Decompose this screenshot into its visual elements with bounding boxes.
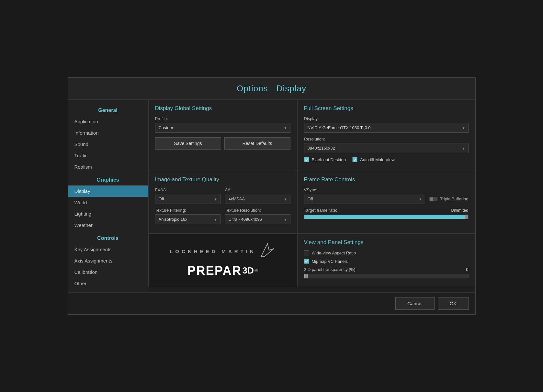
texture-filtering-select-wrapper: Anisotropic 16x — [155, 214, 221, 224]
vsync-controls: Off Triple Buffering — [304, 194, 469, 204]
autofill-checkbox[interactable] — [352, 157, 357, 162]
profile-select[interactable]: Custom — [155, 123, 290, 133]
display-select[interactable]: NVIDIA GeForce GTX 1080 Ti,0.0 — [304, 123, 469, 133]
texture-resolution-label: Texture Resolution: — [225, 208, 290, 213]
sidebar-item-information[interactable]: Information — [68, 127, 148, 139]
lockheed-martin-row: LOCKHEED MARTIN — [170, 243, 276, 261]
triple-buffer-toggle[interactable] — [429, 197, 437, 201]
lockheed-martin-text: LOCKHEED MARTIN — [170, 249, 256, 254]
ok-button[interactable]: OK — [438, 297, 469, 310]
panels-area: Display Global Settings Profile: Custom … — [148, 100, 475, 292]
profile-field: Profile: Custom — [155, 116, 290, 133]
full-screen-panel: Full Screen Settings Display: NVIDIA GeF… — [297, 100, 475, 171]
lm-logo-svg — [259, 242, 276, 258]
top-panels-row: Display Global Settings Profile: Custom … — [148, 100, 475, 171]
wide-view-checkbox-row: Wide-view Aspect Ratio — [304, 250, 469, 255]
aa-select[interactable]: 4xMSAA — [225, 194, 290, 204]
registered-symbol: ® — [255, 268, 258, 273]
three-d-text: 3D — [242, 265, 254, 276]
profile-label: Profile: — [155, 116, 290, 121]
bottom-panels-row: LOCKHEED MARTIN PREPAR 3D ® — [148, 234, 475, 287]
sidebar-controls-title: Controls — [68, 231, 148, 244]
wide-view-checkbox[interactable] — [304, 250, 309, 255]
check-icon — [305, 158, 308, 162]
prepar3d-row: PREPAR 3D ® — [187, 264, 258, 278]
resolution-field: Resolution: 3840x2160x32 — [304, 137, 469, 153]
texture-filtering-select[interactable]: Anisotropic 16x — [155, 214, 221, 224]
cancel-button[interactable]: Cancel — [395, 297, 435, 310]
wide-view-label: Wide-view Aspect Ratio — [312, 251, 356, 255]
vsync-select[interactable]: Off — [304, 194, 425, 204]
prepar3d-text: PREPAR — [187, 264, 242, 278]
target-frame-rate-value: Unlimited — [451, 208, 468, 213]
check-icon-2 — [353, 158, 357, 162]
view-panel-settings: View and Panel Settings Wide-view Aspect… — [297, 234, 475, 287]
transparency-slider[interactable] — [304, 274, 469, 278]
frame-rate-panel: Frame Rate Controls VSync: Off — [297, 171, 475, 234]
sidebar-item-traffic[interactable]: Traffic — [68, 150, 148, 161]
slider-thumb — [465, 215, 468, 219]
transparency-slider-thumb — [304, 274, 308, 278]
display-field: Display: NVIDIA GeForce GTX 1080 Ti,0.0 — [304, 116, 469, 133]
texture-resolution-select[interactable]: Ultra - 4096x4096 — [225, 214, 290, 224]
triple-buffer-row: Triple Buffering — [429, 196, 468, 201]
mipmap-label: Mipmap VC Panels — [312, 259, 348, 264]
display-global-panel: Display Global Settings Profile: Custom … — [148, 100, 297, 171]
mipmap-checkbox-row: Mipmap VC Panels — [304, 259, 469, 264]
frame-rate-title: Frame Rate Controls — [304, 176, 469, 183]
target-frame-rate-slider[interactable] — [304, 215, 469, 219]
vsync-select-wrapper: Off — [304, 194, 425, 204]
window-title: Options - Display — [237, 84, 306, 93]
title-bar: Options - Display — [68, 78, 475, 100]
fxaa-select-wrapper: Off — [155, 194, 221, 204]
sidebar-graphics-title: Graphics — [68, 173, 148, 185]
logo-panel: LOCKHEED MARTIN PREPAR 3D ® — [148, 234, 297, 287]
aa-select-wrapper: 4xMSAA — [225, 194, 290, 204]
sidebar-item-weather[interactable]: Weather — [68, 219, 148, 231]
profile-select-wrapper: Custom — [155, 123, 290, 133]
aa-field: AA: 4xMSAA — [225, 187, 290, 204]
toggle-handle — [430, 197, 433, 201]
sidebar-item-other[interactable]: Other — [68, 278, 148, 289]
sidebar-item-application[interactable]: Application — [68, 116, 148, 127]
target-frame-rate-label-row: Target frame rate: Unlimited — [304, 208, 469, 213]
reset-defaults-button[interactable]: Reset Defaults — [224, 137, 290, 150]
slider-fill — [304, 215, 468, 219]
texture-filtering-field: Texture Filtering: Anisotropic 16x — [155, 208, 221, 224]
resolution-label: Resolution: — [304, 137, 469, 141]
sidebar-item-key-assignments[interactable]: Key Assignments — [68, 244, 148, 255]
triple-buffer-label: Triple Buffering — [440, 196, 468, 201]
texture-filtering-label: Texture Filtering: — [155, 208, 221, 213]
blackout-checkbox[interactable] — [304, 157, 309, 162]
sidebar-item-calibration[interactable]: Calibration — [68, 266, 148, 278]
display-global-title: Display Global Settings — [155, 105, 290, 112]
lockheed-arrow-icon — [259, 242, 276, 261]
action-buttons: Save Settings Reset Defaults — [155, 137, 290, 150]
sidebar-item-sound[interactable]: Sound — [68, 139, 148, 150]
texture-fields-row: Texture Filtering: Anisotropic 16x Textu… — [155, 208, 290, 228]
fxaa-aa-row: FXAA: Off AA: 4xMSAA — [155, 187, 290, 208]
image-texture-panel: Image and Texture Quality FXAA: Off AA: — [148, 171, 297, 234]
mipmap-checkbox[interactable] — [304, 259, 309, 264]
fxaa-field: FXAA: Off — [155, 187, 221, 204]
sidebar-item-display[interactable]: Display — [68, 185, 148, 197]
full-screen-title: Full Screen Settings — [304, 105, 469, 112]
sidebar-item-realism[interactable]: Realism — [68, 161, 148, 173]
resolution-select-wrapper: 3840x2160x32 — [304, 143, 469, 153]
sidebar-item-lighting[interactable]: Lighting — [68, 208, 148, 219]
svg-marker-0 — [261, 244, 274, 257]
fxaa-label: FXAA: — [155, 187, 221, 192]
save-settings-button[interactable]: Save Settings — [155, 137, 221, 150]
sidebar-general-title: General — [68, 103, 148, 116]
checkboxes-row: Black-out Desktop Auto-fill Main View — [304, 157, 469, 165]
blackout-label: Black-out Desktop — [312, 157, 346, 162]
target-frame-rate-label: Target frame rate: — [304, 208, 337, 213]
sidebar: General Application Information Sound Tr… — [68, 100, 148, 292]
resolution-select[interactable]: 3840x2160x32 — [304, 143, 469, 153]
vsync-label: VSync: — [304, 187, 469, 192]
transparency-label: 2-D panel transparency (%): — [304, 267, 357, 272]
sidebar-item-world[interactable]: World — [68, 197, 148, 208]
sidebar-item-axis-assignments[interactable]: Axis Assignments — [68, 255, 148, 266]
mipmap-check-icon — [305, 260, 308, 263]
fxaa-select[interactable]: Off — [155, 194, 221, 204]
